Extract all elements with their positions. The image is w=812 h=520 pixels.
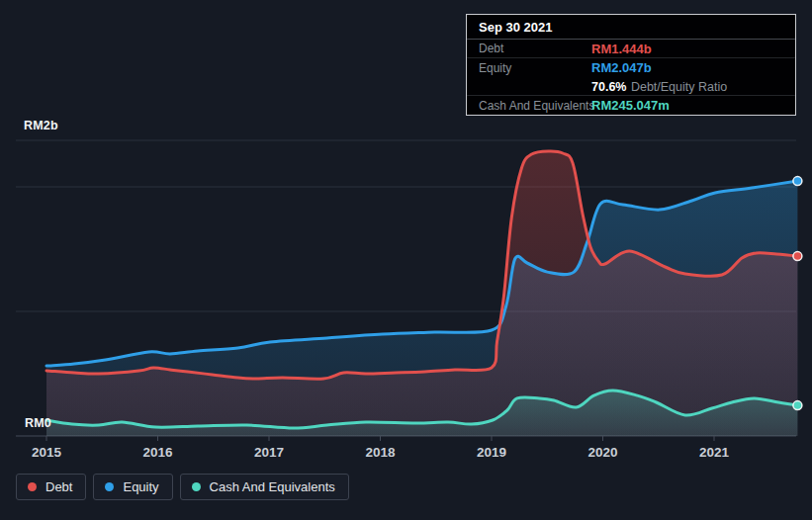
x-axis-tick-label: 2019 [477, 445, 506, 460]
legend-label-cash: Cash And Equivalents [210, 479, 335, 494]
x-axis-tick-label: 2017 [254, 445, 284, 460]
tooltip-equity-row: Equity RM2.047b [467, 58, 795, 77]
tooltip-date: Sep 30 2021 [467, 15, 795, 40]
tooltip-cash-value: RM245.047m [591, 98, 670, 113]
y-axis-max-label: RM2b [24, 119, 58, 132]
x-axis-tick-label: 2016 [142, 445, 172, 460]
tooltip-equity-label: Equity [479, 61, 591, 75]
x-axis-tick-label: 2015 [32, 445, 61, 460]
debt-equity-history-panel: RM2b RM0 2015 2016 2017 2018 2019 2020 2… [0, 0, 812, 520]
chart-legend: Debt Equity Cash And Equivalents [16, 474, 349, 500]
chart-tooltip: Sep 30 2021 Debt RM1.444b Equity RM2.047… [466, 14, 796, 116]
x-axis-tick-label: 2020 [587, 445, 617, 460]
tooltip-ratio-value: 70.6% Debt/Equity Ratio [591, 77, 727, 95]
y-axis-zero-label: RM0 [25, 416, 51, 430]
legend-item-cash[interactable]: Cash And Equivalents [180, 474, 349, 500]
debt-series-dot-icon [28, 482, 37, 491]
x-axis-tick-label: 2018 [365, 445, 395, 460]
tooltip-cash-row: Cash And Equivalents RM245.047m [467, 96, 795, 115]
equity-series-dot-icon [105, 482, 114, 491]
tooltip-equity-value: RM2.047b [591, 60, 652, 75]
cash-series-dot-icon [192, 482, 201, 491]
legend-label-debt: Debt [45, 479, 72, 494]
tooltip-debt-label: Debt [479, 42, 591, 55]
legend-label-equity: Equity [123, 479, 158, 494]
tooltip-cash-label: Cash And Equivalents [479, 99, 591, 113]
tooltip-ratio-row: 70.6% Debt/Equity Ratio [467, 77, 795, 96]
tooltip-debt-row: Debt RM1.444b [467, 40, 795, 58]
legend-item-debt[interactable]: Debt [16, 474, 86, 500]
x-axis-tick-label: 2021 [699, 445, 729, 460]
legend-item-equity[interactable]: Equity [93, 474, 172, 500]
tooltip-debt-value: RM1.444b [591, 42, 652, 56]
